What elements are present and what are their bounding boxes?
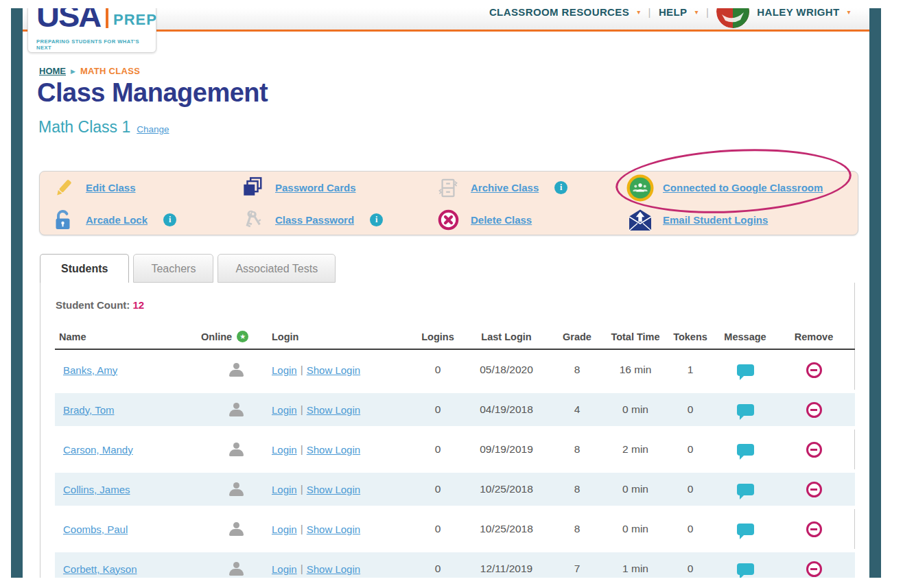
grade-value: 8 — [546, 523, 608, 535]
grade-value: 8 — [546, 483, 608, 495]
table-row: Banks, Amy Login | Show Login 0 05/18/20… — [55, 350, 855, 390]
login-as-student-link[interactable]: Login — [272, 484, 297, 495]
password-cards-link[interactable]: Password Cards — [275, 182, 356, 193]
student-table-header: Name Online ★ Login Logins Last Login Gr… — [55, 320, 855, 350]
total-time-value: 16 min — [608, 364, 663, 376]
archive-class-link[interactable]: Archive Class — [471, 182, 539, 193]
nav-separator: | — [706, 8, 709, 18]
col-header-grade: Grade — [546, 331, 608, 342]
message-bubble-icon[interactable] — [737, 364, 754, 376]
email-icon[interactable] — [626, 209, 654, 231]
col-header-remove: Remove — [773, 331, 855, 342]
show-login-link[interactable]: Show Login — [307, 404, 360, 416]
student-name-link[interactable]: Coombs, Paul — [63, 524, 128, 535]
col-header-total-time: Total Time — [608, 331, 663, 342]
student-name-link[interactable]: Carson, Mandy — [63, 444, 133, 456]
breadcrumb-home[interactable]: HOME — [39, 66, 66, 76]
logins-count: 0 — [409, 523, 467, 535]
nav-user-name[interactable]: HALEY WRIGHT — [757, 8, 839, 18]
archive-icon[interactable] — [434, 178, 462, 198]
logins-count: 0 — [409, 563, 467, 575]
logins-count: 0 — [409, 483, 467, 495]
action-email-logins: Email Student Logins — [626, 204, 768, 236]
login-links-separator: | — [301, 523, 303, 535]
remove-student-icon[interactable] — [806, 362, 822, 378]
remove-student-icon[interactable] — [806, 442, 822, 458]
nav-help[interactable]: HELP — [659, 8, 688, 18]
message-bubble-icon[interactable] — [737, 484, 754, 495]
student-table-body: Banks, Amy Login | Show Login 0 05/18/20… — [55, 350, 855, 578]
pencil-icon[interactable] — [49, 178, 77, 198]
show-login-link[interactable]: Show Login — [307, 484, 360, 495]
student-name-link[interactable]: Collins, James — [63, 484, 130, 495]
action-arcade-lock: Arcade Lock i — [49, 204, 176, 236]
login-links-separator: | — [301, 403, 303, 416]
tokens-value: 0 — [663, 443, 718, 456]
breadcrumb: HOME ▶ MATH CLASS — [39, 66, 140, 76]
grade-value: 7 — [546, 563, 608, 575]
message-bubble-icon[interactable] — [737, 524, 754, 535]
tab-students[interactable]: Students — [40, 254, 129, 283]
remove-student-icon[interactable] — [806, 521, 822, 537]
offline-person-icon — [228, 522, 245, 536]
info-icon[interactable]: i — [370, 213, 383, 226]
edit-class-link[interactable]: Edit Class — [86, 182, 136, 193]
student-name-link[interactable]: Banks, Amy — [63, 364, 117, 376]
top-nav: CLASSROOM RESOURCES ▾ | HELP ▾ | HALEY W… — [489, 8, 851, 20]
col-header-login: Login — [272, 331, 409, 342]
change-class-link[interactable]: Change — [137, 124, 169, 134]
student-name-link[interactable]: Brady, Tom — [63, 404, 114, 416]
info-icon[interactable]: i — [554, 181, 567, 194]
show-login-link[interactable]: Show Login — [307, 524, 360, 535]
login-as-student-link[interactable]: Login — [272, 444, 297, 456]
login-as-student-link[interactable]: Login — [272, 364, 297, 376]
keys-icon[interactable] — [239, 210, 266, 231]
delete-class-link[interactable]: Delete Class — [471, 214, 532, 226]
total-time-value: 2 min — [608, 443, 663, 456]
tokens-value: 0 — [663, 563, 718, 575]
col-header-name: Name — [55, 331, 201, 342]
grade-value: 4 — [546, 403, 608, 416]
message-bubble-icon[interactable] — [737, 563, 754, 575]
logo-tagline: PREPARING STUDENTS FOR WHAT'S NEXT — [36, 38, 156, 51]
col-header-message: Message — [718, 331, 773, 342]
student-count-value: 12 — [132, 299, 144, 311]
email-student-logins-link[interactable]: Email Student Logins — [663, 214, 768, 226]
usatestprep-logo[interactable]: USA TEST PREP PREPARING STUDENTS FOR WHA… — [27, 8, 156, 53]
info-icon[interactable]: i — [163, 213, 176, 226]
nav-classroom-resources[interactable]: CLASSROOM RESOURCES — [489, 8, 629, 18]
show-login-link[interactable]: Show Login — [307, 444, 360, 456]
google-classroom-link[interactable]: Connected to Google Classroom — [663, 182, 823, 193]
message-bubble-icon[interactable] — [737, 444, 754, 456]
class-password-link[interactable]: Class Password — [275, 214, 354, 226]
page-title: Class Management — [37, 78, 268, 108]
remove-student-icon[interactable] — [806, 482, 822, 497]
remove-student-icon[interactable] — [806, 561, 822, 577]
remove-student-icon[interactable] — [806, 402, 822, 418]
breadcrumb-arrow-icon: ▶ — [71, 68, 75, 75]
breadcrumb-current: MATH CLASS — [80, 66, 140, 76]
col-header-last-login: Last Login — [467, 331, 546, 342]
offline-person-icon — [228, 403, 245, 416]
show-login-link[interactable]: Show Login — [307, 563, 360, 575]
show-login-link[interactable]: Show Login — [307, 364, 360, 376]
lock-icon[interactable] — [49, 209, 77, 231]
nav-separator: | — [648, 8, 651, 18]
action-class-password: Class Password i — [239, 204, 383, 236]
student-name-link[interactable]: Corbett, Kayson — [63, 563, 137, 575]
tab-teachers[interactable]: Teachers — [133, 254, 213, 283]
tab-associated-tests[interactable]: Associated Tests — [218, 254, 336, 283]
login-as-student-link[interactable]: Login — [272, 524, 297, 535]
login-as-student-link[interactable]: Login — [272, 563, 297, 575]
online-star-icon: ★ — [237, 331, 248, 342]
arcade-lock-link[interactable]: Arcade Lock — [86, 214, 148, 226]
google-classroom-icon[interactable] — [626, 174, 654, 202]
last-login-date: 05/18/2020 — [467, 364, 546, 376]
chevron-down-icon: ▾ — [695, 8, 699, 16]
password-cards-icon[interactable] — [239, 177, 266, 199]
delete-icon[interactable] — [434, 209, 462, 231]
content-column: CLASSROOM RESOURCES ▾ | HELP ▾ | HALEY W… — [23, 8, 869, 578]
login-as-student-link[interactable]: Login — [272, 404, 297, 416]
login-links-separator: | — [301, 364, 303, 376]
message-bubble-icon[interactable] — [737, 404, 754, 416]
